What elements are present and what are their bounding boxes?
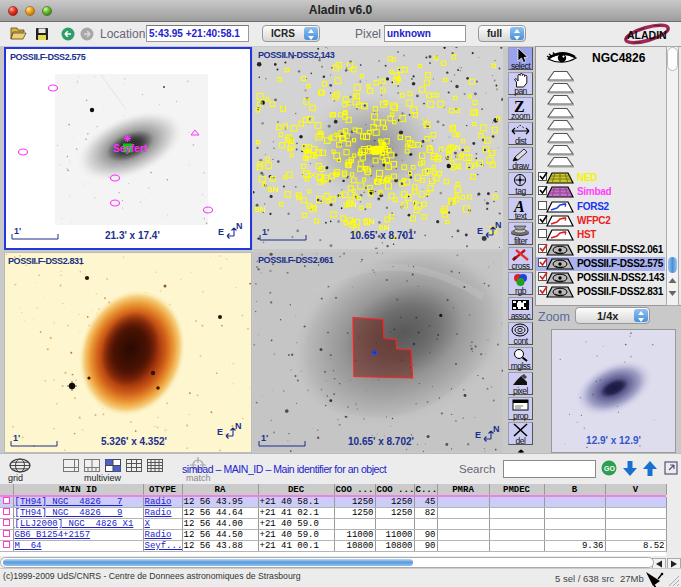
svg-text:SN: SN (363, 217, 374, 226)
svg-text:ALADIN: ALADIN (627, 29, 667, 41)
svg-text:SN: SN (267, 185, 278, 194)
svg-text:SN: SN (254, 205, 265, 214)
svg-text:N: N (236, 221, 243, 231)
svg-text:N: N (235, 421, 242, 431)
svg-text:E: E (217, 427, 223, 437)
svg-text:SN: SN (345, 200, 356, 209)
svg-text:E: E (218, 227, 224, 237)
svg-text:N: N (495, 220, 502, 230)
svg-text:1': 1' (261, 433, 268, 443)
svg-text:1': 1' (14, 226, 21, 236)
svg-text:GO: GO (604, 465, 615, 472)
svg-text:1': 1' (262, 227, 269, 237)
svg-text:1': 1' (13, 433, 20, 443)
svg-text:N: N (493, 424, 500, 434)
svg-text:E: E (475, 430, 481, 440)
svg-text:SN: SN (449, 143, 460, 152)
svg-text:E: E (477, 226, 483, 236)
svg-text:Seyfert: Seyfert (113, 143, 148, 154)
